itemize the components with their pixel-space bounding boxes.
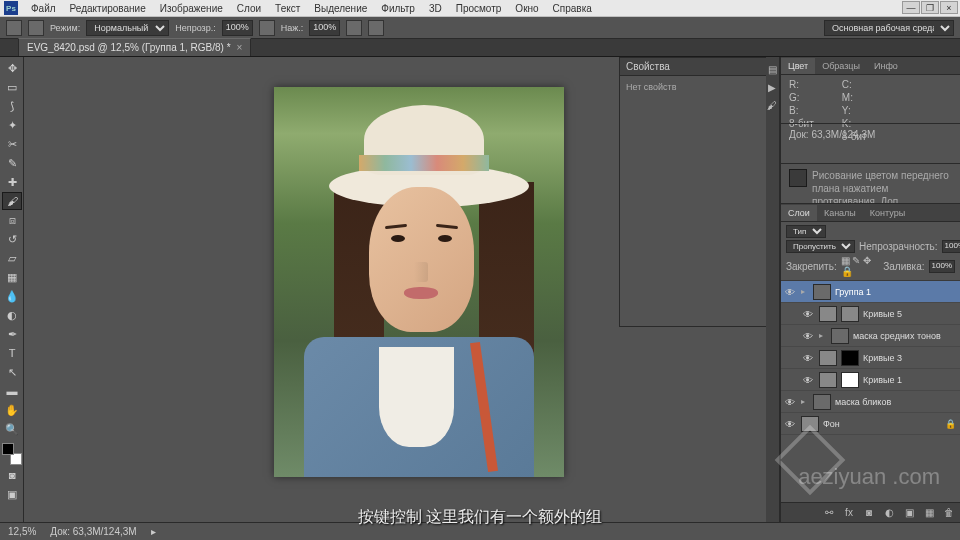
layer-row[interactable]: 👁Кривые 3 bbox=[781, 347, 960, 369]
color-tab[interactable]: Цвет bbox=[781, 58, 815, 74]
crop-tool[interactable]: ✂ bbox=[2, 135, 22, 153]
wand-tool[interactable]: ✦ bbox=[2, 116, 22, 134]
dodge-tool[interactable]: ◐ bbox=[2, 306, 22, 324]
layer-row[interactable]: 👁Кривые 5 bbox=[781, 303, 960, 325]
eyedropper-tool[interactable]: ✎ bbox=[2, 154, 22, 172]
mode-label: Режим: bbox=[50, 23, 80, 33]
history-panel-icon[interactable]: ▤ bbox=[766, 61, 778, 77]
window-controls: — ❐ × bbox=[902, 1, 958, 14]
restore-button[interactable]: ❐ bbox=[921, 1, 939, 14]
menu-text[interactable]: Текст bbox=[268, 3, 307, 14]
info-panel: R: G: B: 8-бит C: M: Y: K: 8-бит bbox=[781, 75, 960, 123]
menu-filter[interactable]: Фильтр bbox=[374, 3, 422, 14]
tool-preset-icon[interactable] bbox=[6, 20, 22, 36]
blur-tool[interactable]: 💧 bbox=[2, 287, 22, 305]
subtitle-text: 按键控制 这里我们有一个额外的组 bbox=[0, 507, 960, 528]
menu-view[interactable]: Просмотр bbox=[449, 3, 509, 14]
quickmask-tool[interactable]: ◙ bbox=[2, 466, 22, 484]
brush-preset-icon[interactable] bbox=[28, 20, 44, 36]
menu-3d[interactable]: 3D bbox=[422, 3, 449, 14]
flow-field[interactable]: 100% bbox=[309, 20, 340, 36]
color-swatches[interactable] bbox=[2, 443, 22, 465]
filter-type-select[interactable]: Тип bbox=[786, 225, 826, 238]
visibility-icon[interactable]: 👁 bbox=[803, 375, 815, 385]
visibility-icon[interactable]: 👁 bbox=[803, 331, 815, 341]
close-tab-icon[interactable]: × bbox=[237, 42, 243, 53]
pressure-opacity-icon[interactable] bbox=[259, 20, 275, 36]
info-tab[interactable]: Инфо bbox=[867, 58, 905, 74]
menubar: Ps Файл Редактирование Изображение Слои … bbox=[0, 0, 960, 17]
menu-image[interactable]: Изображение bbox=[153, 3, 230, 14]
swatches-tab[interactable]: Образцы bbox=[815, 58, 867, 74]
layer-name[interactable]: маска средних тонов bbox=[853, 331, 941, 341]
airbrush-icon[interactable] bbox=[346, 20, 362, 36]
fill-lbl: Заливка: bbox=[883, 261, 924, 272]
layer-row[interactable]: 👁Кривые 1 bbox=[781, 369, 960, 391]
stamp-tool[interactable]: ⧇ bbox=[2, 211, 22, 229]
menu-layers[interactable]: Слои bbox=[230, 3, 268, 14]
pen-tool[interactable]: ✒ bbox=[2, 325, 22, 343]
type-tool[interactable]: T bbox=[2, 344, 22, 362]
path-tool[interactable]: ↖ bbox=[2, 363, 22, 381]
lasso-tool[interactable]: ⟆ bbox=[2, 97, 22, 115]
visibility-icon[interactable]: 👁 bbox=[803, 353, 815, 363]
layer-name[interactable]: маска бликов bbox=[835, 397, 891, 407]
move-tool[interactable]: ✥ bbox=[2, 59, 22, 77]
layer-row[interactable]: 👁▸Группа 1 bbox=[781, 281, 960, 303]
visibility-icon[interactable]: 👁 bbox=[803, 309, 815, 319]
hand-tool[interactable]: ✋ bbox=[2, 401, 22, 419]
close-button[interactable]: × bbox=[940, 1, 958, 14]
canvas-area[interactable]: Свойства ▾≡ Нет свойств bbox=[24, 57, 766, 522]
lock-lbl: Закрепить: bbox=[786, 261, 837, 272]
layer-fill-field[interactable]: 100% bbox=[929, 260, 955, 273]
menu-edit[interactable]: Редактирование bbox=[63, 3, 153, 14]
menu-file[interactable]: Файл bbox=[24, 3, 63, 14]
layer-row[interactable]: 👁▸маска бликов bbox=[781, 391, 960, 413]
flow-label: Наж.: bbox=[281, 23, 304, 33]
gradient-tool[interactable]: ▦ bbox=[2, 268, 22, 286]
document-canvas[interactable] bbox=[274, 87, 564, 477]
layers-tab[interactable]: Слои bbox=[781, 205, 817, 221]
blend-mode-select[interactable]: Нормальный bbox=[86, 20, 169, 36]
properties-tab[interactable]: Свойства bbox=[626, 61, 670, 72]
actions-panel-icon[interactable]: ▶ bbox=[766, 79, 778, 95]
channels-tab[interactable]: Каналы bbox=[817, 205, 863, 221]
menu-help[interactable]: Справка bbox=[546, 3, 599, 14]
opacity-field[interactable]: 100% bbox=[222, 20, 253, 36]
collapsed-panels: ▤ ▶ 🖌 bbox=[766, 57, 780, 522]
layer-opacity-field[interactable]: 100% bbox=[942, 240, 960, 253]
eraser-tool[interactable]: ▱ bbox=[2, 249, 22, 267]
visibility-icon[interactable]: 👁 bbox=[785, 419, 797, 429]
screenmode-tool[interactable]: ▣ bbox=[2, 485, 22, 503]
history-brush-tool[interactable]: ↺ bbox=[2, 230, 22, 248]
app-icon: Ps bbox=[4, 1, 18, 15]
marquee-tool[interactable]: ▭ bbox=[2, 78, 22, 96]
document-tab[interactable]: EVG_8420.psd @ 12,5% (Группа 1, RGB/8) *… bbox=[18, 38, 251, 56]
shape-tool[interactable]: ▬ bbox=[2, 382, 22, 400]
brush-icon bbox=[789, 169, 807, 187]
layer-name[interactable]: Группа 1 bbox=[835, 287, 871, 297]
menu-select[interactable]: Выделение bbox=[307, 3, 374, 14]
visibility-icon[interactable]: 👁 bbox=[785, 397, 797, 407]
paths-tab[interactable]: Контуры bbox=[863, 205, 912, 221]
properties-body: Нет свойств bbox=[620, 76, 766, 98]
layer-name[interactable]: Фон bbox=[823, 419, 840, 429]
zoom-tool[interactable]: 🔍 bbox=[2, 420, 22, 438]
workspace-select[interactable]: Основная рабочая среда bbox=[824, 20, 954, 36]
foreground-color[interactable] bbox=[2, 443, 14, 455]
visibility-icon[interactable]: 👁 bbox=[785, 287, 797, 297]
layer-row[interactable]: 👁▸маска средних тонов bbox=[781, 325, 960, 347]
blend-select[interactable]: Пропустить bbox=[786, 240, 855, 253]
layer-name[interactable]: Кривые 3 bbox=[863, 353, 902, 363]
lock-icons[interactable]: ▦ ✎ ✥ 🔒 bbox=[841, 255, 876, 277]
minimize-button[interactable]: — bbox=[902, 1, 920, 14]
heal-tool[interactable]: ✚ bbox=[2, 173, 22, 191]
layer-name[interactable]: Кривые 5 bbox=[863, 309, 902, 319]
opacity-label: Непрозр.: bbox=[175, 23, 215, 33]
menu-window[interactable]: Окно bbox=[508, 3, 545, 14]
pressure-size-icon[interactable] bbox=[368, 20, 384, 36]
lock-icon: 🔒 bbox=[945, 419, 956, 429]
brush-panel-icon[interactable]: 🖌 bbox=[766, 97, 778, 113]
layer-name[interactable]: Кривые 1 bbox=[863, 375, 902, 385]
brush-tool[interactable]: 🖌 bbox=[2, 192, 22, 210]
